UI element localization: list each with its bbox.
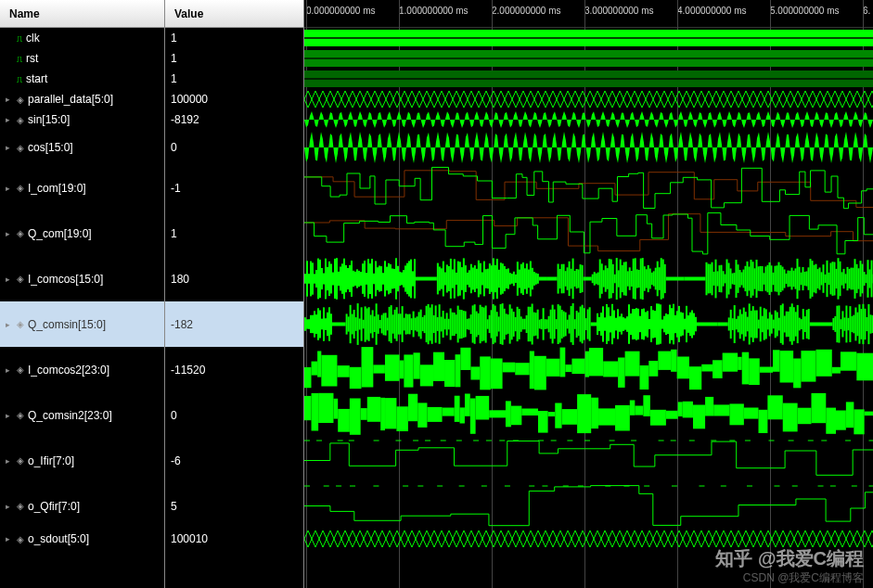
svg-rect-587 — [742, 352, 750, 385]
svg-rect-519 — [806, 310, 808, 339]
signal-row-name[interactable]: ▸◈cos[15:0] — [0, 130, 164, 165]
signal-row-value[interactable]: 100010 — [165, 529, 303, 549]
signal-row-name[interactable]: ▸◈Q_com[19:0] — [0, 211, 164, 256]
signal-row-name[interactable]: ⎍rst — [0, 48, 164, 69]
svg-rect-331 — [426, 306, 428, 342]
svg-rect-8 — [308, 274, 310, 284]
svg-rect-12 — [315, 270, 317, 288]
svg-rect-150 — [612, 264, 614, 293]
svg-rect-353 — [467, 319, 469, 329]
signal-row-value[interactable]: -6 — [165, 438, 303, 483]
time-ruler[interactable]: 0.000000000 ms1.000000000 ms2.000000000 … — [304, 0, 873, 28]
chevron-right-icon[interactable]: ▸ — [6, 115, 13, 124]
chevron-right-icon[interactable]: ▸ — [6, 184, 13, 193]
svg-rect-629 — [615, 405, 630, 431]
waveform-row[interactable] — [304, 48, 873, 69]
signal-row-name[interactable]: ⎍clk — [0, 28, 164, 48]
svg-rect-293 — [355, 317, 357, 331]
waveform-row[interactable] — [304, 347, 873, 392]
signal-row-value[interactable]: -11520 — [165, 347, 303, 392]
chevron-right-icon[interactable]: ▸ — [6, 502, 13, 511]
signal-value: -6 — [171, 454, 181, 467]
svg-rect-82 — [465, 265, 467, 292]
chevron-right-icon[interactable]: ▸ — [6, 411, 13, 420]
svg-rect-128 — [565, 271, 567, 287]
signal-row-value[interactable]: 1 — [165, 211, 303, 256]
svg-rect-518 — [804, 316, 806, 332]
svg-rect-512 — [793, 307, 795, 341]
signal-row-value[interactable]: 0 — [165, 392, 303, 438]
waveform-row[interactable] — [304, 28, 873, 48]
svg-rect-123 — [546, 277, 558, 281]
waveform-row[interactable] — [304, 165, 873, 211]
signal-name: I_com[19:0] — [28, 182, 86, 195]
svg-rect-628 — [598, 408, 615, 425]
signal-row-value[interactable]: 5 — [165, 483, 303, 529]
signal-row-value[interactable]: 1 — [165, 48, 303, 69]
svg-rect-536 — [858, 304, 860, 344]
svg-rect-284 — [327, 313, 328, 336]
waveform — [304, 48, 873, 69]
chevron-right-icon[interactable]: ▸ — [6, 534, 13, 543]
svg-rect-269 — [868, 270, 870, 288]
waveform-row[interactable] — [304, 89, 873, 109]
svg-rect-182 — [707, 264, 709, 294]
waveform-area[interactable] — [304, 28, 873, 549]
chevron-right-icon[interactable]: ▸ — [6, 95, 13, 104]
chevron-right-icon[interactable]: ▸ — [6, 229, 13, 238]
signal-row-value[interactable]: 180 — [165, 256, 303, 301]
waveform-row[interactable] — [304, 392, 873, 438]
value-header[interactable]: Value — [165, 0, 303, 28]
svg-rect-71 — [444, 273, 446, 286]
waveform-panel[interactable]: 0.000000000 ms1.000000000 ms2.000000000 … — [304, 0, 873, 588]
chevron-right-icon[interactable]: ▸ — [6, 365, 13, 375]
chevron-right-icon[interactable]: ▸ — [6, 143, 13, 152]
signal-row-name[interactable]: ▸◈Q_comsin[15:0] — [0, 301, 164, 347]
waveform-row[interactable] — [304, 109, 873, 130]
svg-rect-640 — [729, 403, 743, 425]
svg-rect-521 — [810, 323, 833, 326]
svg-rect-441 — [634, 309, 635, 339]
signal-row-value[interactable]: -8192 — [165, 109, 303, 130]
signal-row-value[interactable]: -182 — [165, 301, 303, 347]
signal-row-value[interactable]: -1 — [165, 165, 303, 211]
chevron-right-icon[interactable]: ▸ — [6, 456, 13, 466]
signal-row-value[interactable]: 1 — [165, 28, 303, 48]
signal-row-name[interactable]: ▸◈sin[15:0] — [0, 109, 164, 130]
svg-rect-41 — [369, 263, 371, 294]
waveform-row[interactable] — [304, 301, 873, 347]
signal-row-name[interactable]: ▸◈o_sdout[5:0] — [0, 529, 164, 549]
chevron-right-icon[interactable]: ▸ — [6, 275, 13, 284]
waveform-row[interactable] — [304, 438, 873, 483]
signal-row-value[interactable]: 1 — [165, 69, 303, 89]
svg-rect-619 — [506, 401, 511, 427]
waveform-row[interactable] — [304, 211, 873, 256]
svg-rect-526 — [840, 319, 841, 329]
svg-rect-437 — [626, 316, 628, 332]
svg-rect-44 — [375, 262, 377, 297]
waveform-row[interactable] — [304, 69, 873, 89]
chevron-right-icon[interactable]: ▸ — [6, 320, 13, 329]
svg-rect-209 — [757, 266, 759, 290]
name-header[interactable]: Name — [0, 0, 164, 28]
signal-row-value[interactable]: 0 — [165, 130, 303, 165]
signal-row-name[interactable]: ▸◈I_comcos[15:0] — [0, 256, 164, 301]
svg-rect-233 — [802, 267, 803, 290]
waveform-row[interactable] — [304, 256, 873, 301]
time-tick: 0.000000000 ms — [306, 6, 376, 16]
signal-row-name[interactable]: ▸◈parallel_data[5:0] — [0, 89, 164, 109]
svg-rect-596 — [841, 352, 856, 370]
signal-row-name[interactable]: ▸◈o_Ifir[7:0] — [0, 438, 164, 483]
signal-row-name[interactable]: ▸◈Q_comsin2[23:0] — [0, 392, 164, 438]
waveform-row[interactable] — [304, 130, 873, 165]
waveform-row[interactable] — [304, 483, 873, 529]
signal-row-name[interactable]: ▸◈I_comcos2[23:0] — [0, 347, 164, 392]
signal-row-name[interactable]: ▸◈I_com[19:0] — [0, 165, 164, 211]
signal-row-value[interactable]: 100000 — [165, 89, 303, 109]
signal-row-name[interactable]: ▸◈o_Qfir[7:0] — [0, 483, 164, 529]
svg-rect-77 — [456, 273, 457, 285]
svg-rect-381 — [519, 309, 520, 339]
svg-rect-472 — [691, 311, 693, 339]
svg-rect-540 — [866, 317, 867, 331]
signal-row-name[interactable]: ⎍start — [0, 69, 164, 89]
